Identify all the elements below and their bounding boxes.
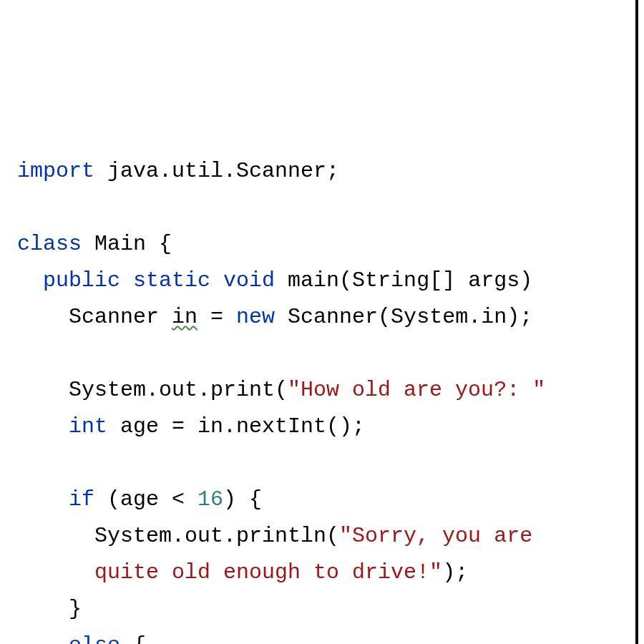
code-text: {	[120, 633, 146, 644]
code-text: java.util.Scanner;	[94, 159, 339, 183]
keyword-new: new	[236, 305, 275, 329]
code-line: Scanner in = new Scanner(System.in);	[17, 305, 532, 329]
code-line: import java.util.Scanner;	[17, 159, 339, 183]
code-text: main(String[] args)	[275, 268, 532, 293]
code-text: Main {	[82, 232, 172, 256]
code-line: int age = in.nextInt();	[17, 414, 365, 439]
code-line: System.out.println("Sorry, you are	[17, 524, 545, 548]
code-text: age = in.nextInt();	[107, 414, 365, 439]
code-line: if (age < 16) {	[17, 487, 262, 512]
keyword-import: import	[17, 159, 94, 183]
keyword-public: public	[43, 268, 120, 293]
keyword-class: class	[17, 232, 82, 256]
code-line: quite old enough to drive!");	[17, 560, 468, 585]
keyword-if: if	[69, 487, 94, 512]
code-text: System.out.print(	[69, 378, 288, 402]
code-line: else {	[17, 633, 146, 644]
brace: }	[69, 597, 82, 621]
code-text: System.out.println(	[94, 524, 339, 548]
code-text: Scanner(System.in);	[275, 305, 532, 329]
keyword-else: else	[69, 633, 120, 644]
code-line: System.out.print("How old are you?: "	[17, 378, 545, 402]
code-line: }	[17, 597, 82, 621]
code-line: class Main {	[17, 232, 172, 256]
string-literal: quite old enough to drive!"	[94, 560, 442, 585]
code-editor[interactable]: import java.util.Scanner; class Main { p…	[17, 153, 644, 644]
keyword-int: int	[69, 414, 107, 439]
variable-in: in	[172, 305, 197, 329]
keyword-static: static	[120, 268, 210, 293]
code-text: ) {	[223, 487, 262, 512]
right-border	[635, 0, 638, 644]
code-text: (age <	[94, 487, 197, 512]
code-text: Scanner	[69, 305, 172, 329]
string-literal: "Sorry, you are	[339, 524, 545, 548]
code-text: );	[442, 560, 468, 585]
number-literal: 16	[197, 487, 223, 512]
keyword-void: void	[210, 268, 275, 293]
string-literal: "How old are you?: "	[288, 378, 545, 402]
code-line: public static void main(String[] args)	[17, 268, 532, 293]
code-text: =	[197, 305, 236, 329]
